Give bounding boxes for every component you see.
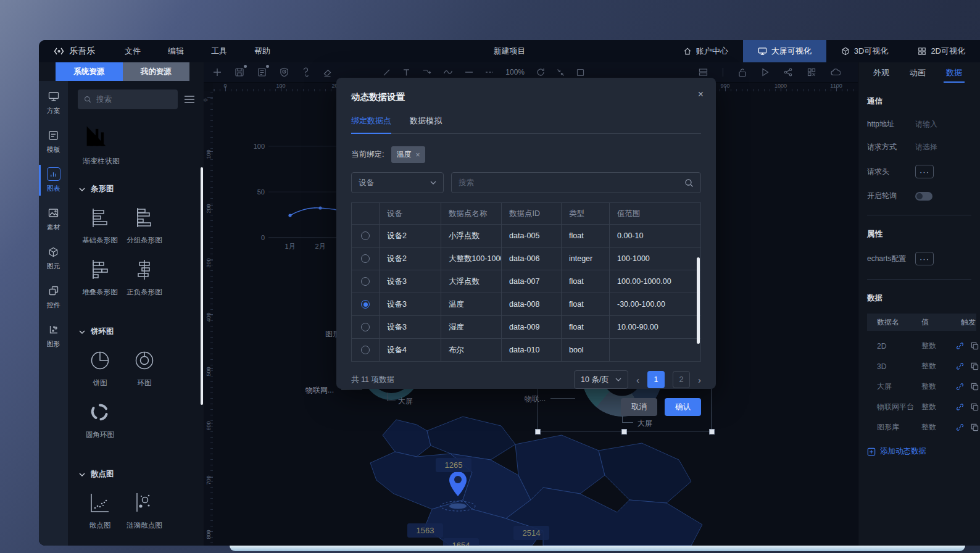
table-row[interactable]: 设备2大整数100-1000 data-006integer 100-1000 (352, 247, 700, 270)
chart-item-pie[interactable]: 饼图 (78, 348, 122, 388)
resource-scrollbar[interactable] (201, 167, 203, 405)
tab-appearance[interactable]: 外观 (873, 62, 889, 83)
solid-line-icon[interactable] (465, 71, 473, 73)
refresh-zoom-icon[interactable] (536, 68, 545, 77)
request-header-edit-button[interactable]: ··· (915, 165, 934, 178)
frame-icon[interactable] (576, 69, 584, 77)
confirm-button[interactable]: 确认 (665, 398, 701, 416)
mode-tab-2d[interactable]: 2D可视化 (903, 40, 980, 62)
list-layout-icon[interactable] (184, 95, 195, 104)
mode-tab-3d[interactable]: 3D可视化 (826, 40, 903, 62)
eraser-icon[interactable] (323, 68, 332, 77)
section-pie-charts[interactable]: 饼环图 (79, 326, 195, 337)
mode-tab-big-screen[interactable]: 大屏可视化 (743, 40, 826, 62)
chart-item-basic-hbar[interactable]: 基础条形图 (78, 206, 122, 245)
link-icon[interactable] (956, 423, 964, 431)
rail-item-widgets[interactable]: 控件 (39, 284, 68, 310)
search-input[interactable] (96, 95, 172, 104)
chart-item-ripple-scatter[interactable]: 涟漪散点图 (122, 491, 167, 530)
rail-item-elements[interactable]: 图元 (39, 245, 68, 271)
dashed-line-icon[interactable] (485, 71, 494, 73)
row-radio[interactable] (361, 231, 370, 240)
chart-item-posneg-hbar[interactable]: 正负条形图 (122, 257, 167, 297)
text-tool-icon[interactable] (402, 69, 410, 77)
row-radio[interactable] (361, 346, 370, 354)
chart-item-grouped-hbar[interactable]: 分组条形图 (122, 206, 167, 245)
account-center-button[interactable]: 账户中心 (668, 40, 743, 62)
app-logo[interactable]: 乐吾乐 (39, 46, 95, 57)
row-radio[interactable] (361, 277, 370, 286)
table-row-selected[interactable]: 设备3温度 data-008float -30.00-100.00 (352, 293, 700, 315)
hook-help-icon[interactable] (302, 67, 310, 77)
resource-search[interactable] (78, 89, 178, 109)
copy-icon[interactable] (971, 383, 979, 391)
page-size-select[interactable]: 10 条/页 (574, 370, 628, 389)
chart-item-gradient-bar[interactable]: 渐变柱状图 (83, 123, 120, 167)
prev-page-button[interactable]: ‹ (636, 375, 639, 385)
row-radio[interactable] (361, 254, 370, 263)
remove-binding-icon[interactable]: × (415, 151, 420, 159)
link-icon[interactable] (956, 403, 964, 411)
row-radio[interactable] (361, 323, 370, 331)
copy-icon[interactable] (971, 403, 979, 411)
page-1-button[interactable]: 1 (647, 371, 665, 388)
next-page-button[interactable]: › (698, 375, 701, 385)
table-row[interactable]: 设备3大浮点数 data-007float 100.00-1000.00 (352, 270, 700, 293)
cancel-button[interactable]: 取消 (621, 398, 657, 416)
fit-screen-icon[interactable] (557, 69, 565, 77)
copy-icon[interactable] (971, 362, 979, 370)
row-radio-selected[interactable] (361, 300, 370, 309)
menu-help[interactable]: 帮助 (254, 46, 270, 57)
add-icon[interactable] (213, 68, 222, 77)
section-bar-charts[interactable]: 条形图 (79, 184, 195, 194)
rail-item-scheme[interactable]: 方案 (39, 89, 68, 115)
copy-icon[interactable] (971, 342, 979, 350)
qr-code-icon[interactable] (807, 68, 816, 77)
rail-item-template[interactable]: 模板 (39, 128, 68, 154)
tab-system-resources[interactable]: 系统资源 (56, 62, 123, 81)
curve-tool-icon[interactable] (443, 69, 453, 75)
chart-item-donut[interactable]: 环图 (122, 348, 167, 388)
tab-animation[interactable]: 动画 (910, 62, 926, 83)
rail-item-graphics[interactable]: 图形 (39, 323, 68, 349)
table-row[interactable]: 设备2小浮点数 data-005float 0.00-10 (352, 224, 700, 247)
cloud-icon[interactable] (831, 69, 841, 76)
save-icon[interactable] (235, 67, 244, 77)
add-dynamic-data-button[interactable]: 添加动态数据 (867, 446, 980, 457)
echarts-config-edit-button[interactable]: ··· (915, 252, 934, 265)
link-icon[interactable] (956, 362, 964, 370)
chart-item-rounded-donut[interactable]: 圆角环图 (78, 400, 122, 439)
chart-item-scatter[interactable]: 散点图 (78, 491, 122, 530)
table-row[interactable]: 设备4布尔 data-010bool (352, 338, 700, 361)
menu-tools[interactable]: 工具 (211, 46, 227, 57)
line-chart-widget[interactable]: 100 50 0 1月 2月 (244, 119, 336, 252)
datapoint-search[interactable] (451, 172, 701, 193)
http-address-field[interactable]: 请输入 (915, 119, 937, 130)
close-icon[interactable]: × (698, 89, 704, 100)
device-filter-select[interactable]: 设备 (351, 172, 444, 193)
section-scatter-charts[interactable]: 散点图 (79, 469, 195, 480)
unlock-icon[interactable] (738, 68, 747, 77)
rail-item-charts[interactable]: 图表 (39, 167, 68, 193)
link-icon[interactable] (956, 342, 964, 350)
page-2-button[interactable]: 2 (673, 371, 690, 388)
menu-edit[interactable]: 编辑 (168, 46, 184, 57)
connector-tool-icon[interactable] (422, 69, 431, 77)
link-icon[interactable] (956, 383, 964, 391)
tab-my-resources[interactable]: 我的资源 (123, 62, 190, 81)
datapoint-search-input[interactable] (459, 178, 684, 187)
layout-icon[interactable] (699, 68, 708, 77)
zoom-level[interactable]: 100% (505, 68, 525, 77)
rail-item-assets[interactable]: 素材 (39, 206, 68, 232)
request-method-select[interactable]: 请选择 (915, 142, 937, 152)
menu-file[interactable]: 文件 (125, 46, 141, 57)
table-row[interactable]: 设备3湿度 data-009float 10.00-90.00 (352, 315, 700, 338)
save-as-icon[interactable] (257, 67, 267, 77)
polling-toggle[interactable] (915, 192, 932, 201)
map-widget[interactable]: 1265 1563 1654 2514 (358, 401, 719, 546)
tab-data[interactable]: 数据 (946, 62, 962, 83)
share-icon[interactable] (784, 68, 792, 77)
chart-item-stacked-hbar[interactable]: 堆叠条形图 (78, 257, 122, 297)
copy-icon[interactable] (971, 423, 979, 431)
table-scrollbar[interactable] (697, 257, 700, 344)
